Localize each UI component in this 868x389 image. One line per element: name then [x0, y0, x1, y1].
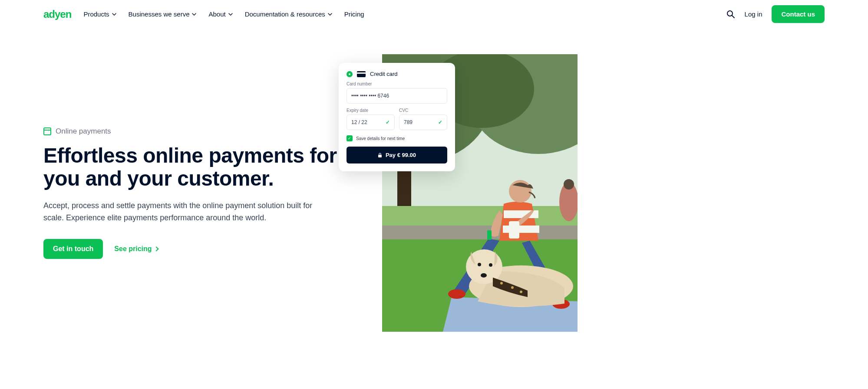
card-number-field: Card number •••• •••• •••• 6746 — [347, 82, 447, 104]
see-pricing-label: See pricing — [114, 245, 152, 253]
svg-point-21 — [481, 273, 487, 278]
save-checkbox[interactable]: ✓ — [347, 135, 353, 141]
cvc-field: CVC 789 ✓ — [399, 108, 447, 130]
svg-point-24 — [520, 291, 522, 293]
nav-about-label: About — [208, 10, 225, 18]
header-right: Log in Contact us — [726, 5, 825, 23]
hero-description: Accept, process and settle payments with… — [43, 200, 326, 224]
expiry-value: 12 / 22 — [351, 119, 367, 125]
cvc-value: 789 — [404, 119, 413, 125]
hero-title: Effortless online payments for you and y… — [43, 144, 356, 190]
svg-point-12 — [564, 179, 574, 190]
eyebrow: Online payments — [43, 127, 356, 136]
contact-us-button[interactable]: Contact us — [772, 5, 825, 23]
radio-selected-icon[interactable] — [347, 71, 353, 77]
save-details-label: Save details for next time — [356, 136, 405, 141]
cvc-label: CVC — [399, 108, 447, 113]
pay-button[interactable]: Pay € 99.00 — [347, 147, 447, 163]
svg-point-15 — [448, 289, 465, 299]
svg-rect-8 — [382, 226, 578, 239]
chevron-down-icon — [228, 13, 233, 16]
browser-icon — [43, 127, 51, 135]
chevron-down-icon — [192, 13, 196, 16]
nav-businesses[interactable]: Businesses we serve — [129, 10, 197, 18]
svg-line-1 — [732, 16, 734, 18]
svg-point-19 — [478, 263, 481, 266]
nav-docs-label: Documentation & resources — [245, 10, 325, 18]
logo[interactable]: adyen — [43, 8, 71, 20]
card-number-value: •••• •••• •••• 6746 — [351, 93, 389, 99]
svg-rect-26 — [378, 155, 382, 157]
eyebrow-text: Online payments — [56, 127, 111, 136]
search-icon — [726, 10, 735, 19]
save-details-row: ✓ Save details for next time — [347, 135, 447, 141]
payment-method-header: Credit card — [347, 71, 447, 77]
expiry-input[interactable]: 12 / 22 ✓ — [347, 114, 395, 130]
main-nav: Products Businesses we serve About Docum… — [83, 10, 364, 18]
header-left: adyen Products Businesses we serve About… — [43, 8, 364, 20]
card-number-input[interactable]: •••• •••• •••• 6746 — [347, 88, 447, 104]
search-button[interactable] — [726, 10, 735, 19]
site-header: adyen Products Businesses we serve About… — [0, 0, 868, 28]
checkout-card: Credit card Card number •••• •••• •••• 6… — [339, 63, 455, 171]
nav-businesses-label: Businesses we serve — [129, 10, 190, 18]
nav-pricing[interactable]: Pricing — [344, 10, 364, 18]
hero-image-container: Credit card Card number •••• •••• •••• 6… — [382, 54, 578, 332]
login-link[interactable]: Log in — [745, 10, 762, 18]
svg-rect-14 — [509, 221, 519, 239]
nav-pricing-label: Pricing — [344, 10, 364, 18]
hero-section: Online payments Effortless online paymen… — [0, 28, 868, 332]
lock-icon — [378, 153, 382, 158]
svg-point-23 — [511, 286, 514, 289]
check-icon: ✓ — [438, 119, 442, 125]
svg-point-20 — [489, 263, 492, 267]
see-pricing-link[interactable]: See pricing — [114, 245, 158, 253]
svg-rect-25 — [487, 230, 492, 240]
svg-point-22 — [500, 282, 503, 284]
chevron-down-icon — [328, 13, 332, 16]
nav-about[interactable]: About — [208, 10, 232, 18]
get-in-touch-button[interactable]: Get in touch — [43, 239, 103, 259]
hero-content: Online payments Effortless online paymen… — [43, 54, 356, 332]
chevron-down-icon — [112, 13, 116, 16]
pay-button-label: Pay € 99.00 — [386, 152, 416, 158]
expiry-field: Expiry date 12 / 22 ✓ — [347, 108, 395, 130]
arrow-right-icon — [154, 246, 158, 251]
expiry-label: Expiry date — [347, 108, 395, 113]
nav-products-label: Products — [83, 10, 109, 18]
cvc-input[interactable]: 789 ✓ — [399, 114, 447, 130]
expiry-cvc-row: Expiry date 12 / 22 ✓ CVC 789 ✓ — [347, 108, 447, 130]
svg-point-0 — [727, 11, 733, 16]
credit-card-icon — [357, 71, 366, 77]
payment-method-label: Credit card — [370, 71, 398, 77]
nav-docs[interactable]: Documentation & resources — [245, 10, 332, 18]
card-number-label: Card number — [347, 82, 447, 86]
check-icon: ✓ — [386, 119, 390, 125]
cta-row: Get in touch See pricing — [43, 239, 356, 259]
nav-products[interactable]: Products — [83, 10, 116, 18]
